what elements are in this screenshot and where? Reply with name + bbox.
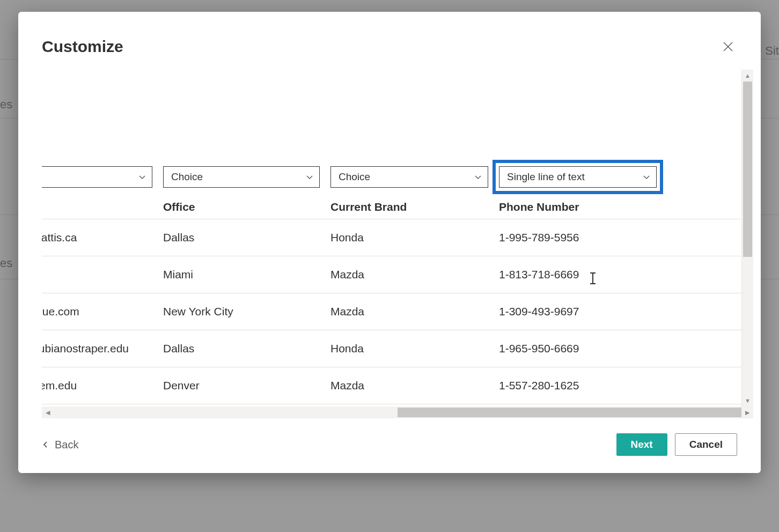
scroll-left-arrow[interactable]: ◀ (42, 407, 54, 418)
cell: @mattis.ca (42, 231, 163, 244)
scroll-thumb[interactable] (743, 82, 752, 257)
col-header-current-brand: Current Brand (330, 201, 499, 213)
cell: Miami (163, 268, 330, 281)
chevron-left-icon (42, 441, 49, 448)
scroll-down-arrow[interactable]: ▼ (742, 395, 753, 407)
modal-title: Customize (42, 38, 123, 56)
table-row: atoque.com New York City Mazda 1-309-493… (42, 293, 741, 330)
cell: 1-309-493-9697 (499, 305, 657, 318)
cell (42, 268, 163, 281)
cell: 1-557-280-1625 (499, 379, 657, 392)
cell: Honda (330, 231, 499, 244)
scroll-up-arrow[interactable]: ▲ (742, 70, 753, 82)
cell: conubianostraper.edu (42, 342, 163, 355)
scroll-track[interactable] (742, 82, 753, 395)
horizontal-scrollbar[interactable]: ◀ ▶ (42, 407, 753, 418)
cell: 1-813-718-6669 (499, 268, 657, 281)
cancel-button[interactable]: Cancel (675, 433, 737, 456)
column-type-select-2[interactable]: Choice (330, 166, 488, 188)
chevron-down-icon (474, 173, 482, 181)
modal-body: Choice Choice Single line of text (42, 70, 753, 407)
select-label: Choice (339, 171, 370, 183)
col-header-office: Office (163, 201, 330, 213)
bg-text: Sit (765, 44, 779, 58)
vertical-scrollbar[interactable]: ▲ ▼ (741, 70, 753, 407)
bg-text: es (0, 98, 12, 112)
close-icon (722, 41, 734, 53)
cell: Honda (330, 342, 499, 355)
back-label: Back (55, 439, 78, 451)
content: Choice Choice Single line of text (42, 70, 741, 404)
cell: Dallas (163, 231, 330, 244)
column-type-selectors: Choice Choice Single line of text (42, 166, 741, 197)
cell: 1-995-789-5956 (499, 231, 657, 244)
back-button[interactable]: Back (42, 439, 78, 451)
cell: Dallas (163, 342, 330, 355)
modal-header: Customize (18, 12, 761, 56)
column-type-select-3-highlight: Single line of text (493, 160, 663, 194)
cell: Denver (163, 379, 330, 392)
scroll-area: Choice Choice Single line of text (42, 70, 741, 407)
chevron-down-icon (305, 173, 314, 181)
bg-text: es (0, 256, 12, 270)
next-button[interactable]: Next (616, 433, 667, 456)
table-row: @mattis.ca Dallas Honda 1-995-789-5956 (42, 219, 741, 256)
scroll-track[interactable] (54, 407, 741, 418)
cell: Mazda (330, 305, 499, 318)
spacer (42, 70, 741, 166)
footer-actions: Next Cancel (616, 433, 738, 456)
table-row: nlorem.edu Denver Mazda 1-557-280-1625 (42, 367, 741, 404)
col-header-0 (42, 201, 163, 213)
chevron-down-icon (642, 173, 651, 181)
scroll-thumb[interactable] (398, 408, 741, 417)
cell: Mazda (330, 379, 499, 392)
scroll-right-arrow[interactable]: ▶ (741, 407, 753, 418)
cell: nlorem.edu (42, 379, 163, 392)
customize-modal: Customize Choice Choice (18, 12, 761, 473)
cell: atoque.com (42, 305, 163, 318)
modal-footer: Back Next Cancel (18, 418, 761, 473)
table-headers: Office Current Brand Phone Number (42, 197, 741, 219)
table-row: conubianostraper.edu Dallas Honda 1-965-… (42, 330, 741, 367)
chevron-down-icon (138, 173, 146, 181)
cell: Mazda (330, 268, 499, 281)
col-header-phone-number: Phone Number (499, 201, 657, 213)
select-label: Single line of text (507, 171, 585, 183)
column-type-select-1[interactable]: Choice (163, 166, 320, 188)
cell: 1-965-950-6669 (499, 342, 657, 355)
cell: New York City (163, 305, 330, 318)
column-type-select-0[interactable] (42, 166, 152, 188)
table-row: Miami Mazda 1-813-718-6669 (42, 256, 741, 293)
select-label: Choice (171, 171, 203, 183)
column-type-select-3[interactable]: Single line of text (499, 166, 657, 188)
close-button[interactable] (719, 38, 737, 56)
